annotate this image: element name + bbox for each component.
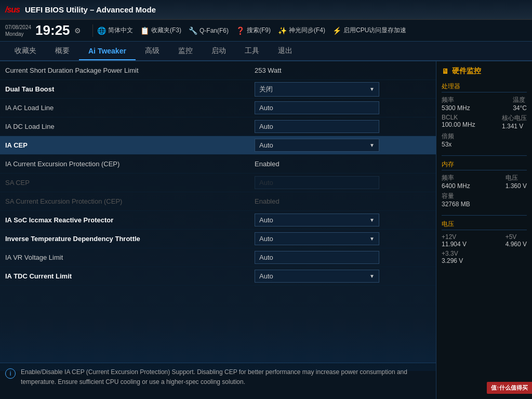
setting-name: IA TDC Current Limit: [5, 269, 255, 283]
sidebar-ram-freq-volt: 频率 6400 MHz 电压 1.360 V: [442, 174, 527, 190]
sidebar-cpu-multi: 53x: [442, 141, 454, 148]
tab-ai-tweaker[interactable]: Ai Tweaker: [79, 43, 136, 60]
table-row: SA Current Excursion Protection (CEP) En…: [0, 192, 436, 211]
tab-advanced[interactable]: 高级: [136, 42, 169, 61]
sidebar-title-text: 硬件监控: [452, 66, 481, 76]
dropdown-value: Auto: [259, 179, 273, 187]
table-row[interactable]: IA SoC Iccmax Reactive Protector Auto ▼: [0, 211, 436, 230]
setting-value: Auto ▼: [255, 214, 431, 227]
setting-name: Inverse Temperature Dependency Throttle: [5, 232, 255, 246]
topbar-aura-label: 神光同步(F4): [289, 26, 325, 35]
sidebar-divider: [442, 155, 527, 156]
dropdown-value: Auto: [259, 216, 273, 224]
favorites-icon: 📋: [140, 26, 149, 35]
sidebar-cpu-temp: 34°C: [513, 104, 527, 112]
setting-name: IA VR Voltage Limit: [5, 250, 255, 264]
dropdown-value: Auto: [259, 123, 273, 130]
setting-value: 关闭 ▼: [255, 82, 431, 97]
chevron-down-icon: ▼: [369, 273, 375, 279]
table-row[interactable]: IA CEP Auto ▼: [0, 136, 436, 155]
setting-name: Dual Tau Boost: [5, 82, 255, 96]
setting-value: Enabled: [255, 197, 431, 205]
ia-cep-dropdown[interactable]: Auto ▼: [255, 139, 379, 152]
topbar-search[interactable]: ❓ 搜索(F9): [236, 26, 271, 35]
sidebar-label: BCLK: [442, 114, 475, 121]
ia-soc-dropdown[interactable]: Auto ▼: [255, 214, 379, 227]
sidebar-label: 频率: [442, 174, 470, 182]
sidebar-v33: +3.3V 3.296 V: [442, 250, 527, 264]
tab-summary[interactable]: 概要: [46, 42, 79, 61]
sidebar-label: 温度: [513, 96, 527, 104]
table-row[interactable]: IA AC Load Line Auto: [0, 99, 436, 117]
search-icon: ❓: [236, 26, 245, 35]
topbar-qfan-label: Q-Fan(F6): [200, 27, 229, 34]
setting-value: Auto: [255, 101, 431, 114]
sa-cep-dropdown: Auto: [255, 176, 379, 189]
sidebar-label: 电压: [506, 174, 527, 182]
dual-tau-boost-dropdown[interactable]: 关闭 ▼: [255, 82, 379, 97]
topbar-resizable[interactable]: ⚡ 启用CPU访问显存加速: [332, 26, 406, 35]
itdt-dropdown[interactable]: Auto ▼: [255, 232, 379, 245]
sidebar-label: 容量: [442, 192, 470, 201]
sidebar-cpu-multi: 倍频 53x: [442, 132, 527, 148]
setting-name: IA DC Load Line: [5, 119, 255, 134]
topbar-resizable-label: 启用CPU访问显存加速: [343, 26, 406, 35]
table-row[interactable]: Dual Tau Boost 关闭 ▼: [0, 80, 436, 99]
dropdown-value: Auto: [259, 235, 273, 243]
sidebar-ram-size: 32768 MB: [442, 201, 470, 208]
topbar-qfan[interactable]: 🔧 Q-Fan(F6): [189, 26, 229, 35]
topbar-favorites-label: 收藏夹(F3): [151, 26, 181, 35]
table-row[interactable]: IA TDC Current Limit Auto ▼: [0, 267, 436, 286]
sidebar-section-cpu: 处理器 频率 5300 MHz 温度 34°C BCLK 100.00 MHz: [442, 82, 527, 148]
chevron-down-icon: ▼: [369, 86, 375, 92]
ia-ac-load-line-dropdown[interactable]: Auto: [255, 101, 379, 114]
time-display: 19:25: [35, 22, 70, 38]
dropdown-value: Auto: [259, 141, 273, 149]
ia-vr-dropdown[interactable]: Auto: [255, 251, 379, 264]
day: Monday: [5, 31, 31, 37]
chevron-down-icon: ▼: [369, 236, 375, 242]
dropdown-value: Auto: [259, 104, 273, 112]
watermark: 值↑什么值得买: [487, 382, 533, 394]
dropdown-value: 关闭: [259, 85, 273, 94]
tab-tools[interactable]: 工具: [235, 42, 269, 61]
sidebar-label: +5V: [506, 233, 527, 241]
setting-value: Auto ▼: [255, 270, 431, 283]
sidebar-cpu-freq-temp: 频率 5300 MHz 温度 34°C: [442, 96, 527, 112]
table-row[interactable]: IA DC Load Line Auto: [0, 117, 436, 136]
topbar-language[interactable]: 🌐 简体中文: [97, 26, 133, 35]
sidebar-v12: 11.904 V: [442, 241, 467, 248]
sidebar-cpu-bclk-vcore: BCLK 100.00 MHz 核心电压 1.341 V: [442, 114, 527, 130]
setting-value: Auto: [255, 120, 431, 133]
monitor-icon: 🖥: [442, 67, 449, 75]
ia-tdc-dropdown[interactable]: Auto ▼: [255, 270, 379, 283]
tab-exit[interactable]: 退出: [269, 42, 302, 61]
info-icon: i: [5, 368, 16, 379]
tab-boot[interactable]: 启动: [202, 42, 235, 61]
main-layout: Current Short Duration Package Power Lim…: [0, 61, 532, 399]
ia-dc-load-line-dropdown[interactable]: Auto: [255, 120, 379, 133]
sidebar-cpu-bclk: 100.00 MHz: [442, 121, 475, 128]
table-row: SA CEP Auto: [0, 174, 436, 192]
gear-icon[interactable]: ⚙: [74, 26, 81, 35]
sidebar-ram-freq: 6400 MHz: [442, 182, 470, 190]
setting-value: Enabled: [255, 160, 431, 168]
topbar-aura[interactable]: ✨ 神光同步(F4): [278, 26, 325, 35]
sidebar-ram-title: 内存: [442, 160, 527, 170]
setting-name: Current Short Duration Package Power Lim…: [5, 63, 255, 77]
tab-favorites[interactable]: 收藏夹: [5, 42, 46, 61]
sidebar-title: 🖥 硬件监控: [442, 66, 527, 76]
tab-monitor[interactable]: 监控: [169, 42, 202, 61]
setting-name: IA AC Load Line: [5, 101, 255, 115]
table-row[interactable]: IA VR Voltage Limit Auto: [0, 248, 436, 267]
cpu-mem-icon: ⚡: [332, 26, 341, 35]
date-info: 07/08/2024 Monday: [5, 24, 31, 37]
topbar-left: 07/08/2024 Monday 19:25 ⚙: [5, 22, 88, 38]
table-row[interactable]: Inverse Temperature Dependency Throttle …: [0, 230, 436, 248]
info-text: Enable/Disable IA CEP (Current Excursion…: [21, 367, 431, 387]
setting-value: Auto ▼: [255, 232, 431, 245]
settings-table: Current Short Duration Package Power Lim…: [0, 61, 436, 363]
sidebar-label: 频率: [442, 96, 470, 104]
topbar-favorites[interactable]: 📋 收藏夹(F3): [140, 26, 181, 35]
language-icon: 🌐: [97, 26, 106, 35]
